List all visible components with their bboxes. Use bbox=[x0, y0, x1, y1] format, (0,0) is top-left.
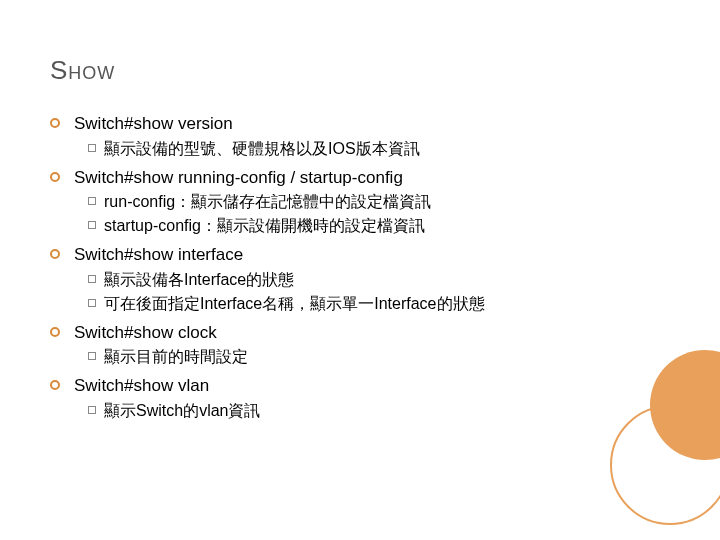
circle-icon bbox=[50, 249, 60, 259]
slide: Show Switch#show version 顯示設備的型號、硬體規格以及I… bbox=[0, 0, 720, 540]
bullet-level2: 顯示目前的時間設定 bbox=[88, 345, 670, 369]
item-text: Switch#show version bbox=[74, 111, 233, 137]
list-item: Switch#show clock 顯示目前的時間設定 bbox=[50, 320, 670, 370]
bullet-level1: Switch#show vlan bbox=[50, 373, 670, 399]
slide-content: Switch#show version 顯示設備的型號、硬體規格以及IOS版本資… bbox=[50, 111, 670, 423]
list-item: Switch#show vlan 顯示Switch的vlan資訊 bbox=[50, 373, 670, 423]
sub-text: 顯示目前的時間設定 bbox=[104, 345, 248, 369]
sub-text: 顯示Switch的vlan資訊 bbox=[104, 399, 260, 423]
circle-icon bbox=[50, 172, 60, 182]
sub-text: startup-config：顯示設備開機時的設定檔資訊 bbox=[104, 214, 425, 238]
square-icon bbox=[88, 221, 96, 229]
sub-text: run-config：顯示儲存在記憶體中的設定檔資訊 bbox=[104, 190, 431, 214]
sub-text: 顯示設備各Interface的狀態 bbox=[104, 268, 294, 292]
decorative-circle-outline bbox=[610, 405, 720, 525]
list-item: Switch#show version 顯示設備的型號、硬體規格以及IOS版本資… bbox=[50, 111, 670, 161]
bullet-level1: Switch#show clock bbox=[50, 320, 670, 346]
list-item: Switch#show running-config / startup-con… bbox=[50, 165, 670, 239]
bullet-level2: startup-config：顯示設備開機時的設定檔資訊 bbox=[88, 214, 670, 238]
square-icon bbox=[88, 299, 96, 307]
circle-icon bbox=[50, 380, 60, 390]
sub-text: 可在後面指定Interface名稱，顯示單一Interface的狀態 bbox=[104, 292, 485, 316]
square-icon bbox=[88, 144, 96, 152]
item-text: Switch#show clock bbox=[74, 320, 217, 346]
item-text: Switch#show running-config / startup-con… bbox=[74, 165, 403, 191]
square-icon bbox=[88, 406, 96, 414]
square-icon bbox=[88, 352, 96, 360]
square-icon bbox=[88, 275, 96, 283]
circle-icon bbox=[50, 327, 60, 337]
bullet-level2: 顯示設備各Interface的狀態 bbox=[88, 268, 670, 292]
item-text: Switch#show vlan bbox=[74, 373, 209, 399]
bullet-level1: Switch#show interface bbox=[50, 242, 670, 268]
item-text: Switch#show interface bbox=[74, 242, 243, 268]
sub-text: 顯示設備的型號、硬體規格以及IOS版本資訊 bbox=[104, 137, 420, 161]
bullet-level1: Switch#show running-config / startup-con… bbox=[50, 165, 670, 191]
circle-icon bbox=[50, 118, 60, 128]
slide-title: Show bbox=[50, 55, 670, 86]
bullet-level2: run-config：顯示儲存在記憶體中的設定檔資訊 bbox=[88, 190, 670, 214]
bullet-level2: 顯示Switch的vlan資訊 bbox=[88, 399, 670, 423]
list-item: Switch#show interface 顯示設備各Interface的狀態 … bbox=[50, 242, 670, 316]
bullet-level2: 顯示設備的型號、硬體規格以及IOS版本資訊 bbox=[88, 137, 670, 161]
bullet-level2: 可在後面指定Interface名稱，顯示單一Interface的狀態 bbox=[88, 292, 670, 316]
bullet-level1: Switch#show version bbox=[50, 111, 670, 137]
square-icon bbox=[88, 197, 96, 205]
